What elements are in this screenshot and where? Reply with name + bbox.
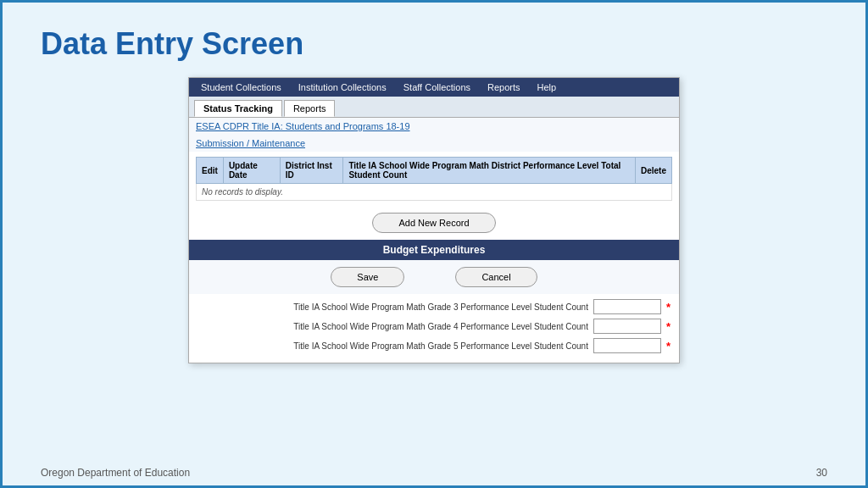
nav-staff-collections[interactable]: Staff Collections (395, 78, 479, 97)
col-district-inst-id: District Inst ID (280, 158, 343, 184)
slide-header: Data Entry Screen (3, 3, 865, 77)
footer-org: Oregon Department of Education (41, 467, 190, 479)
nav-student-collections[interactable]: Student Collections (192, 78, 290, 97)
btn-row: Save Cancel (189, 260, 679, 294)
nav-bar: Student Collections Institution Collecti… (189, 78, 679, 97)
form-label-grade5: Title IA School Wide Program Math Grade … (198, 341, 588, 351)
col-edit: Edit (197, 158, 224, 184)
budget-expenditures-header: Budget Expenditures (189, 240, 679, 260)
table-section: Edit Update Date District Inst ID Title … (189, 152, 679, 206)
slide-footer: Oregon Department of Education 30 (3, 460, 865, 485)
nav-institution-collections[interactable]: Institution Collections (290, 78, 395, 97)
nav-help[interactable]: Help (529, 78, 565, 97)
nav-reports[interactable]: Reports (479, 78, 529, 97)
breadcrumb-row-1: ESEA CDPR Title IA: Students and Program… (189, 118, 679, 135)
col-delete: Delete (635, 158, 671, 184)
footer-page: 30 (816, 467, 827, 479)
slide-body: Student Collections Institution Collecti… (3, 77, 865, 460)
required-star-grade4: * (666, 320, 670, 333)
tab-row: Status Tracking Reports (189, 97, 679, 118)
required-star-grade5: * (666, 340, 670, 352)
form-section: Title IA School Wide Program Math Grade … (189, 294, 679, 363)
data-table: Edit Update Date District Inst ID Title … (196, 157, 672, 201)
required-star-grade3: * (666, 301, 670, 313)
form-row-grade5: Title IA School Wide Program Math Grade … (198, 338, 670, 353)
form-label-grade4: Title IA School Wide Program Math Grade … (198, 322, 588, 331)
cancel-button[interactable]: Cancel (455, 267, 537, 287)
breadcrumb-row-2: Submission / Maintenance (189, 135, 679, 152)
form-row-grade3: Title IA School Wide Program Math Grade … (198, 299, 670, 314)
form-input-grade3[interactable] (593, 299, 661, 314)
app-window: Student Collections Institution Collecti… (188, 77, 680, 363)
col-update-date: Update Date (223, 158, 280, 184)
form-input-grade5[interactable] (593, 338, 661, 353)
form-label-grade3: Title IA School Wide Program Math Grade … (198, 302, 588, 312)
add-new-record-button[interactable]: Add New Record (372, 213, 495, 233)
tab-status-tracking[interactable]: Status Tracking (194, 100, 282, 117)
breadcrumb-esea[interactable]: ESEA CDPR Title IA: Students and Program… (196, 121, 410, 131)
form-row-grade4: Title IA School Wide Program Math Grade … (198, 319, 670, 334)
slide: Data Entry Screen Student Collections In… (0, 0, 868, 488)
save-button[interactable]: Save (331, 267, 404, 287)
breadcrumb-submission[interactable]: Submission / Maintenance (196, 138, 305, 148)
tab-reports[interactable]: Reports (284, 100, 336, 117)
empty-message: No records to display. (197, 184, 672, 201)
page-title: Data Entry Screen (41, 26, 827, 62)
form-input-grade4[interactable] (593, 319, 661, 334)
col-title-ia: Title IA School Wide Program Math Distri… (343, 158, 636, 184)
table-row-empty: No records to display. (197, 184, 672, 201)
